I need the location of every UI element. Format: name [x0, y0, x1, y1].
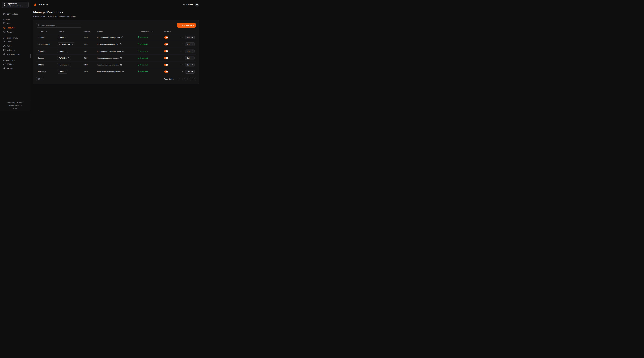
enabled-toggle[interactable] — [164, 50, 168, 52]
topbar: PANGOLIN System M — [30, 0, 202, 9]
copy-url-button[interactable] — [122, 37, 123, 39]
community-edition-link[interactable]: Community Edition — [7, 102, 23, 104]
sidebar-item-invitations[interactable]: Invitations — [2, 48, 28, 52]
resource-protocol: TCP — [82, 57, 96, 59]
mail-check-icon — [3, 49, 6, 52]
chevron-right-icon — [188, 78, 190, 80]
link-icon — [3, 53, 6, 56]
resource-name: Grafana — [36, 57, 56, 59]
copy-url-button[interactable] — [120, 43, 122, 46]
enabled-toggle[interactable] — [164, 36, 168, 39]
sidebar-item-domains[interactable]: Domains — [2, 30, 28, 34]
next-page-button[interactable] — [188, 77, 191, 81]
shield-check-icon — [138, 71, 140, 73]
sidebar-item-settings[interactable]: Settings — [2, 66, 28, 71]
copy-icon — [122, 50, 124, 52]
resource-name: Battery Monitor — [36, 43, 56, 45]
add-resource-button[interactable]: Add Resource — [177, 23, 196, 28]
sidebar-resize-handle[interactable] — [30, 54, 31, 58]
sort-icon — [152, 31, 153, 33]
auth-status-badge: Protected — [138, 57, 148, 59]
app-root: Organization milo@fossorial.io's ... Ser… — [0, 0, 202, 111]
edit-button[interactable]: Edit — [185, 56, 195, 60]
enabled-toggle[interactable] — [164, 57, 168, 59]
search-icon — [38, 24, 40, 27]
resource-row: Immich Home Lab TCP https://immich.examp… — [36, 61, 196, 68]
user-icon — [3, 41, 6, 43]
column-header-access: Access — [96, 31, 136, 33]
main-area: PANGOLIN System M Manage Resources Creat… — [30, 0, 202, 111]
ellipsis-icon — [181, 43, 183, 46]
sidebar-item-resources[interactable]: Resources — [2, 26, 28, 30]
site-link-badge[interactable]: Office — [57, 36, 68, 40]
row-menu-button[interactable] — [180, 50, 183, 53]
resources-table: Name Site Protocol Access — [36, 29, 196, 75]
chevrons-right-icon — [193, 78, 195, 80]
copy-url-button[interactable] — [120, 57, 122, 59]
row-menu-button[interactable] — [180, 63, 183, 66]
sidebar-item-roles[interactable]: Roles — [2, 44, 28, 48]
enabled-toggle[interactable] — [164, 64, 168, 66]
sidebar-item-users[interactable]: Users — [2, 40, 28, 44]
arrow-right-icon — [191, 37, 193, 39]
first-page-button[interactable] — [178, 77, 181, 81]
row-menu-button[interactable] — [180, 57, 183, 59]
row-menu-button[interactable] — [180, 70, 183, 73]
site-link-badge[interactable]: AWS VPC — [57, 56, 71, 60]
copy-url-button[interactable] — [122, 50, 124, 52]
prev-page-button[interactable] — [182, 77, 186, 81]
column-header-name[interactable]: Name — [36, 31, 56, 33]
user-avatar[interactable]: M — [195, 3, 199, 7]
sort-icon — [63, 31, 65, 33]
resource-access-url: https://grafana.example.com — [97, 57, 119, 59]
combine-icon — [3, 22, 6, 25]
sidebar-item-shareable-links[interactable]: Shareable Links — [2, 52, 28, 57]
enabled-toggle[interactable] — [164, 71, 168, 73]
version-label: v1.7.0 — [13, 108, 17, 109]
page-subtitle: Create secure proxies to your private ap… — [33, 15, 199, 18]
building-icon — [3, 3, 6, 6]
row-menu-button[interactable] — [180, 36, 183, 39]
edit-button[interactable]: Edit — [185, 63, 195, 67]
enabled-toggle[interactable] — [164, 43, 168, 46]
resource-row: Bitwarden Office TCP https://bitwarden.e… — [36, 48, 196, 55]
settings-icon — [3, 67, 6, 70]
last-page-button[interactable] — [192, 77, 196, 81]
edit-button[interactable]: Edit — [185, 49, 195, 53]
site-link-badge[interactable]: Office — [57, 49, 68, 53]
page-indicator: Page 1 of 1 — [164, 78, 174, 80]
resource-name: Immich — [36, 64, 56, 66]
site-link-badge[interactable]: Office — [57, 70, 68, 74]
org-selector[interactable]: Organization milo@fossorial.io's ... — [2, 2, 28, 8]
auth-status-badge: Protected — [138, 64, 148, 66]
documentation-link[interactable]: Documentation — [8, 105, 22, 107]
edit-button[interactable]: Edit — [185, 42, 195, 46]
resource-access-url: https://bitwarden.example.com — [97, 50, 121, 52]
row-menu-button[interactable] — [180, 43, 183, 46]
server-icon — [3, 13, 6, 15]
copy-url-button[interactable] — [120, 64, 122, 66]
arrow-right-icon — [191, 57, 193, 59]
edit-button[interactable]: Edit — [185, 36, 195, 40]
auth-status-badge: Protected — [138, 43, 148, 46]
key-icon — [3, 63, 6, 66]
page-size-select[interactable]: 20 — [36, 77, 44, 81]
edit-button[interactable]: Edit — [185, 70, 195, 74]
chevrons-up-down-icon — [25, 4, 27, 6]
column-header-site[interactable]: Site — [56, 31, 82, 33]
org-label: Organization — [7, 3, 24, 5]
site-link-badge[interactable]: Edge Device 01 — [57, 42, 75, 46]
copy-url-button[interactable] — [122, 71, 124, 73]
resource-row: Nextcloud Office TCP https://nextcloud.e… — [36, 68, 196, 75]
resource-access-url: https://authentik.example.com — [97, 37, 120, 39]
sidebar-item-api-keys[interactable]: API Keys — [2, 62, 28, 66]
resource-protocol: TCP — [82, 64, 96, 66]
search-input[interactable] — [41, 24, 80, 27]
site-link-badge[interactable]: Home Lab — [57, 63, 71, 67]
sidebar-item-server-admin[interactable]: Server Admin — [2, 12, 28, 16]
column-header-authentication[interactable]: Authentication — [136, 31, 162, 33]
arrow-up-right-icon — [68, 64, 70, 66]
org-value: milo@fossorial.io's ... — [7, 5, 24, 7]
theme-toggle-button[interactable]: System — [183, 4, 193, 6]
sidebar-item-sites[interactable]: Sites — [2, 22, 28, 26]
